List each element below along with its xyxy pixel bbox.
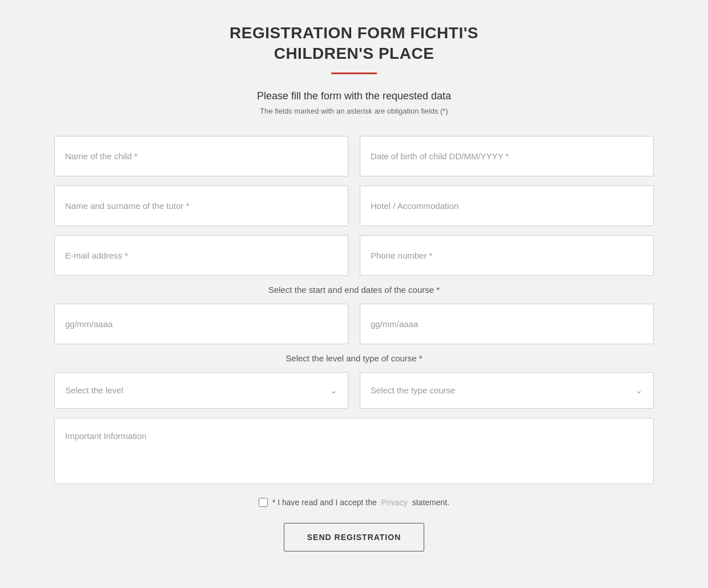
level-select[interactable]: Select the level ⌄ — [54, 372, 348, 409]
row-tutor-hotel — [54, 186, 654, 226]
hotel-field[interactable] — [360, 186, 654, 226]
row-dates — [54, 304, 654, 344]
privacy-text-after: statement. — [412, 498, 449, 507]
child-name-field[interactable] — [54, 136, 348, 176]
phone-field[interactable] — [360, 235, 654, 276]
start-date-input[interactable] — [55, 304, 348, 344]
child-name-input[interactable] — [55, 136, 348, 176]
row-child-info — [54, 136, 654, 176]
tutor-name-input[interactable] — [55, 186, 348, 225]
row-email-phone — [54, 235, 654, 276]
privacy-text-before: * I have read and I accept the — [272, 498, 377, 507]
submit-button[interactable]: SEND REGISTRATION — [284, 523, 425, 551]
page-title: REGISTRATION FORM FICHTI'S CHILDREN'S PL… — [230, 23, 478, 65]
important-info-input[interactable] — [55, 418, 653, 481]
end-date-input[interactable] — [360, 304, 653, 344]
type-course-select[interactable]: Select the type course ⌄ — [360, 372, 654, 409]
level-type-section-label: Select the level and type of course * — [54, 353, 654, 363]
important-info-field[interactable] — [54, 418, 654, 484]
subtitle: Please fill the form with the requested … — [257, 90, 451, 102]
privacy-link[interactable]: Privacy — [381, 498, 408, 507]
dob-input[interactable] — [360, 136, 653, 176]
page-container: REGISTRATION FORM FICHTI'S CHILDREN'S PL… — [11, 23, 697, 554]
level-chevron-icon: ⌄ — [330, 385, 337, 396]
form-wrapper: Select the start and end dates of the co… — [54, 136, 654, 551]
hotel-input[interactable] — [360, 186, 653, 225]
privacy-row: * I have read and I accept the Privacy s… — [54, 498, 654, 507]
type-course-chevron-icon: ⌄ — [635, 385, 643, 396]
end-date-field[interactable] — [360, 304, 654, 344]
email-field[interactable] — [54, 235, 348, 276]
note: The fields marked with an asterisk are o… — [260, 107, 448, 115]
row-selects: Select the level ⌄ Select the type cours… — [54, 372, 654, 409]
type-course-select-label: Select the type course — [371, 385, 455, 395]
red-divider — [331, 73, 377, 74]
email-input[interactable] — [55, 236, 348, 275]
phone-input[interactable] — [360, 236, 653, 275]
dates-section-label: Select the start and end dates of the co… — [54, 285, 654, 295]
privacy-checkbox[interactable] — [259, 498, 268, 507]
level-select-label: Select the level — [65, 385, 123, 395]
start-date-field[interactable] — [54, 304, 348, 344]
tutor-name-field[interactable] — [54, 186, 348, 226]
dob-field[interactable] — [360, 136, 654, 176]
